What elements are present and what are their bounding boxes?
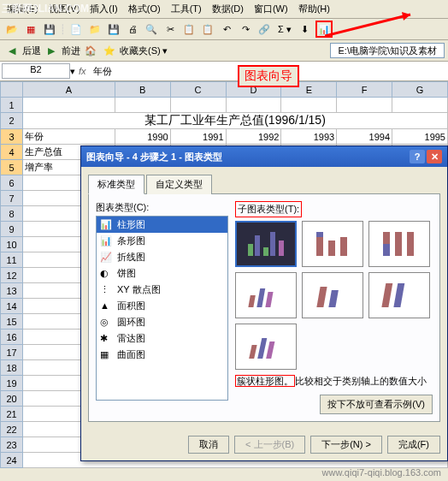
subtype-label: 子图表类型(T):: [235, 201, 302, 217]
svg-rect-13: [395, 232, 402, 256]
row-5[interactable]: 5: [1, 160, 23, 175]
preview-sample-button[interactable]: 按下不放可查看示例(V): [320, 395, 433, 414]
svg-rect-5: [270, 232, 275, 256]
forward-icon[interactable]: ▶: [43, 42, 60, 59]
chart-wizard-button[interactable]: 📊: [315, 21, 333, 38]
cell-C3[interactable]: 1991: [170, 129, 226, 145]
col-A[interactable]: A: [23, 82, 115, 98]
toolbar-1: 📂 ▦ 💾 ┊ 📄 📁 💾 🖨 🔍 ✂ 📋 📋 ↶ ↷ 🔗 Σ ▾ ⬇ 📊: [0, 19, 448, 40]
paste-icon[interactable]: 📋: [199, 21, 216, 38]
type-pie[interactable]: ◐饼图: [97, 265, 227, 282]
subtype-3[interactable]: [368, 221, 430, 267]
sort-icon[interactable]: ⬇: [297, 21, 314, 38]
menu-tools[interactable]: 工具(T): [168, 2, 205, 16]
star-icon[interactable]: ⭐: [101, 42, 118, 59]
disk-icon[interactable]: 💾: [105, 21, 122, 38]
menu-window[interactable]: 窗口(W): [251, 2, 292, 16]
svg-rect-16: [256, 288, 265, 307]
redo-icon[interactable]: ↷: [237, 21, 254, 38]
nav-forward[interactable]: 前进: [62, 45, 80, 57]
type-area[interactable]: ▲面积图: [97, 298, 227, 314]
formula-bar: B2 ▾ fx 年份: [0, 62, 448, 81]
row-1[interactable]: 1: [1, 98, 23, 113]
sum-icon[interactable]: Σ ▾: [274, 24, 295, 35]
undo-icon[interactable]: ↶: [218, 21, 235, 38]
close-button[interactable]: ✕: [427, 150, 442, 163]
row-4[interactable]: 4: [1, 145, 23, 160]
address-bar[interactable]: E:\电脑学院\知识及素材: [330, 43, 445, 58]
fx-icon[interactable]: fx: [75, 66, 90, 76]
tab-custom[interactable]: 自定义类型: [146, 175, 212, 194]
cell-E3[interactable]: 1993: [281, 129, 337, 145]
svg-rect-24: [266, 341, 274, 359]
chart-type-label: 图表类型(C):: [96, 201, 228, 214]
cell-B3[interactable]: 1990: [115, 129, 170, 145]
nav-fav[interactable]: 收藏夹(S): [120, 45, 161, 57]
folder-icon[interactable]: 📁: [86, 21, 103, 38]
link-icon[interactable]: 🔗: [256, 21, 273, 38]
print-icon[interactable]: 🖨: [124, 21, 141, 38]
svg-rect-23: [257, 338, 267, 359]
nav-back[interactable]: 后退: [22, 45, 41, 57]
col-B[interactable]: B: [115, 82, 170, 98]
pdf-icon[interactable]: ▦: [22, 21, 39, 38]
cell-D3[interactable]: 1992: [226, 129, 281, 145]
cut-icon[interactable]: ✂: [162, 21, 179, 38]
title-cell[interactable]: 某工厂工业年生产总值(1996/1/15): [23, 113, 448, 129]
subtype-description: 簇状柱形图。比较相交于类别轴上的数值大小: [235, 375, 433, 388]
tab-standard[interactable]: 标准类型: [88, 175, 144, 194]
name-box[interactable]: B2: [2, 63, 70, 79]
col-C[interactable]: C: [170, 82, 226, 98]
subtype-2[interactable]: [302, 221, 363, 267]
finish-button[interactable]: 完成(F): [387, 436, 440, 454]
row-3[interactable]: 3: [1, 129, 23, 145]
menu-data[interactable]: 数据(D): [209, 2, 247, 16]
new-icon[interactable]: 📄: [68, 21, 85, 38]
type-bar[interactable]: 📊条形图: [97, 233, 227, 249]
svg-rect-17: [265, 292, 273, 307]
chart-type-list[interactable]: 📊柱形图 📊条形图 📈折线图 ◐饼图 ⋮XY 散点图 ▲面积图 ◎圆环图 ✱雷达…: [96, 216, 228, 401]
subtype-4[interactable]: [235, 272, 297, 318]
menu-insert[interactable]: 插入(I): [86, 2, 121, 16]
cell-G3[interactable]: 1995: [392, 129, 448, 145]
type-doughnut[interactable]: ◎圆环图: [97, 314, 227, 330]
copy-icon[interactable]: 📋: [180, 21, 197, 38]
next-button[interactable]: 下一步(N) >: [310, 436, 382, 454]
open-icon[interactable]: 📂: [3, 21, 21, 38]
row-2[interactable]: 2: [1, 113, 23, 129]
subtype-7[interactable]: [235, 324, 297, 370]
home-icon[interactable]: 🏠: [82, 42, 99, 59]
blog-watermark: www.qiqi7-qiqi.blog.163.com: [322, 467, 441, 478]
type-xy[interactable]: ⋮XY 散点图: [97, 282, 227, 298]
preview-icon[interactable]: 🔍: [143, 21, 160, 38]
svg-rect-20: [381, 283, 392, 307]
svg-rect-9: [328, 240, 335, 256]
svg-rect-10: [340, 237, 347, 256]
type-radar[interactable]: ✱雷达图: [97, 330, 227, 347]
col-F[interactable]: F: [337, 82, 392, 98]
cancel-button[interactable]: 取消: [188, 436, 229, 454]
chart-wizard-dialog: 图表向导 - 4 步骤之 1 - 图表类型 ? ✕ 标准类型 自定义类型 图表类…: [80, 145, 448, 461]
svg-rect-2: [248, 244, 253, 256]
back-icon[interactable]: ◀: [3, 42, 21, 59]
svg-rect-14: [407, 232, 414, 256]
cell-A3[interactable]: 年份: [23, 129, 115, 145]
subtype-6[interactable]: [368, 272, 430, 318]
menu-help[interactable]: 帮助(H): [295, 2, 333, 16]
svg-rect-19: [328, 290, 339, 307]
cell-F3[interactable]: 1994: [337, 129, 392, 145]
dialog-buttons: 取消 < 上一步(B) 下一步(N) > 完成(F): [81, 429, 447, 460]
dialog-titlebar[interactable]: 图表向导 - 4 步骤之 1 - 图表类型 ? ✕: [81, 146, 447, 167]
menu-format[interactable]: 格式(O): [125, 2, 164, 16]
type-surface[interactable]: ▦曲面图: [97, 347, 227, 363]
help-button[interactable]: ?: [410, 150, 425, 163]
save-icon[interactable]: 💾: [41, 21, 58, 38]
subtype-1[interactable]: [235, 221, 297, 267]
chart-wizard-callout: 图表向导: [238, 65, 299, 87]
type-line[interactable]: 📈折线图: [97, 249, 227, 265]
type-column[interactable]: 📊柱形图: [97, 217, 227, 233]
dialog-tabs: 标准类型 自定义类型: [88, 174, 440, 194]
back-button[interactable]: < 上一步(B): [234, 436, 305, 454]
subtype-5[interactable]: [302, 272, 363, 318]
col-G[interactable]: G: [392, 82, 448, 98]
